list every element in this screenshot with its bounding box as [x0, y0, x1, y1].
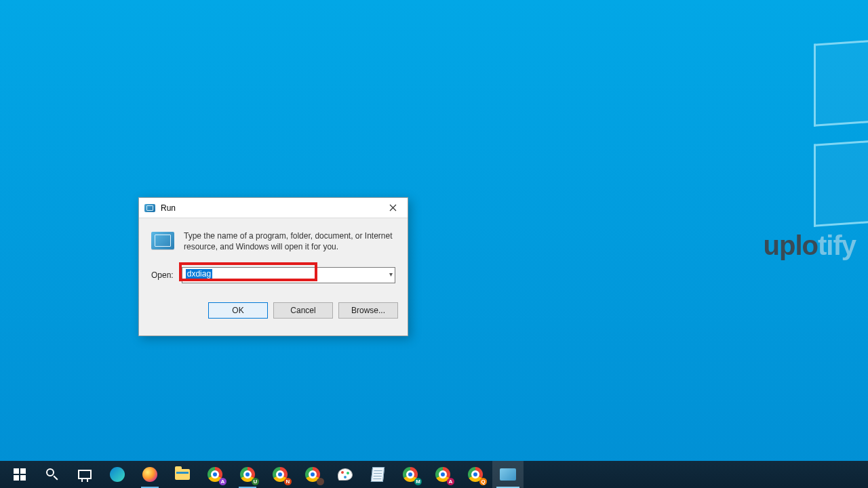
firefox-icon: [142, 467, 157, 482]
dialog-button-row: OK Cancel Browse...: [139, 283, 408, 319]
search-icon: [46, 468, 58, 481]
task-view-icon: [78, 470, 92, 479]
profile-badge: N: [284, 478, 292, 485]
profile-badge: A: [447, 478, 454, 485]
taskbar-firefox[interactable]: [134, 461, 165, 488]
run-dialog: Run Type the name of a program, folder, …: [138, 197, 408, 336]
open-combobox[interactable]: ▾ dxdiag: [182, 267, 395, 283]
taskbar-chrome-6[interactable]: A: [427, 461, 458, 488]
run-icon: [500, 468, 516, 481]
taskbar-paint[interactable]: [330, 461, 361, 488]
profile-badge: U: [252, 478, 259, 485]
close-icon: [389, 204, 397, 211]
taskbar-chrome-3[interactable]: N: [264, 461, 296, 488]
run-icon: [144, 204, 155, 212]
titlebar[interactable]: Run: [139, 198, 408, 218]
taskbar-chrome-7[interactable]: Q: [460, 461, 491, 488]
taskbar-chrome-1[interactable]: A: [199, 461, 231, 488]
open-input[interactable]: [182, 267, 395, 283]
taskbar-file-explorer[interactable]: [167, 461, 198, 488]
taskbar-edge[interactable]: [102, 461, 133, 488]
run-description: Type the name of a program, folder, docu…: [184, 230, 395, 252]
open-label: Open:: [151, 270, 174, 280]
task-view-button[interactable]: [69, 461, 100, 488]
windows-icon: [14, 468, 26, 481]
taskbar-notepad[interactable]: [362, 461, 393, 488]
taskbar-chrome-4[interactable]: [297, 461, 328, 488]
taskbar: A U N M A Q: [0, 461, 868, 488]
close-button[interactable]: [378, 198, 408, 218]
wallpaper-windows-logo: [807, 42, 868, 232]
profile-badge: Q: [479, 478, 487, 485]
watermark-text: uplotify: [764, 230, 856, 261]
profile-badge: A: [219, 478, 226, 485]
cancel-button[interactable]: Cancel: [273, 302, 333, 319]
browse-button[interactable]: Browse...: [338, 302, 398, 319]
notepad-icon: [371, 467, 384, 482]
ok-button[interactable]: OK: [208, 302, 268, 319]
window-title: Run: [161, 203, 176, 213]
search-button[interactable]: [37, 461, 68, 488]
start-button[interactable]: [4, 461, 35, 488]
watermark-light: tify: [818, 230, 856, 260]
paint-icon: [338, 468, 353, 481]
profile-badge: M: [414, 478, 422, 485]
run-large-icon: [151, 232, 174, 249]
taskbar-run[interactable]: [492, 461, 524, 488]
folder-icon: [175, 469, 190, 480]
taskbar-chrome-5[interactable]: M: [395, 461, 426, 488]
profile-badge: [317, 478, 324, 485]
watermark-dark: uplo: [764, 230, 818, 260]
taskbar-chrome-2[interactable]: U: [232, 461, 263, 488]
edge-icon: [110, 467, 125, 482]
